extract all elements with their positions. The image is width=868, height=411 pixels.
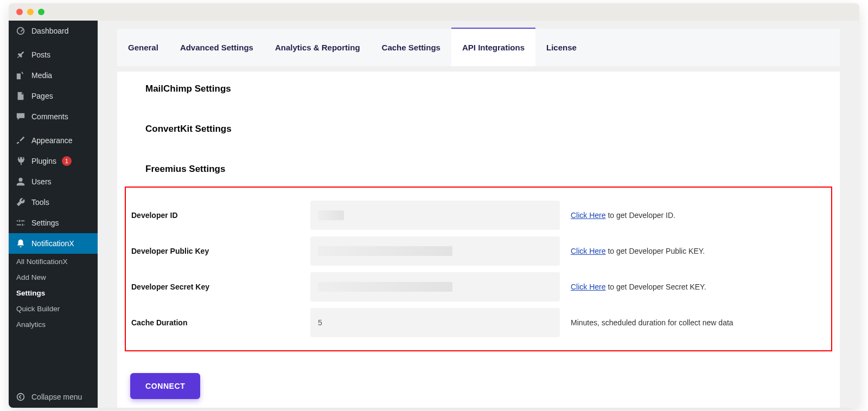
sidebar-item-label: Dashboard xyxy=(31,27,69,35)
section-mailchimp[interactable]: MailChimp Settings xyxy=(117,72,840,106)
wrench-icon xyxy=(15,197,26,208)
window-zoom-dot[interactable] xyxy=(38,9,44,15)
row-developer-secret-key: Developer Secret Key Click Here to get D… xyxy=(131,269,826,305)
field-label: Developer Public Key xyxy=(131,247,299,255)
field-hint: Click Here to get Developer Secret KEY. xyxy=(571,282,826,291)
page-icon xyxy=(15,91,26,101)
sidebar-item-tools[interactable]: Tools xyxy=(9,192,98,213)
sidebar-item-comments[interactable]: Comments xyxy=(9,106,98,127)
sidebar-item-media[interactable]: Media xyxy=(9,65,98,86)
submenu-settings[interactable]: Settings xyxy=(9,285,98,301)
sidebar-item-label: Comments xyxy=(31,112,68,121)
brush-icon xyxy=(15,135,26,146)
row-cache-duration: Cache Duration Minutes, scheduled durati… xyxy=(131,305,826,341)
highlight-box: Developer ID Click Here to get Developer… xyxy=(125,187,832,351)
sidebar-item-posts[interactable]: Posts xyxy=(9,44,98,65)
settings-tabbar: General Advanced Settings Analytics & Re… xyxy=(117,29,840,66)
titlebar xyxy=(9,3,859,21)
field-label: Developer ID xyxy=(131,211,299,220)
sidebar-item-label: Media xyxy=(31,71,52,80)
field-label: Developer Secret Key xyxy=(131,282,299,291)
sidebar-item-label: Tools xyxy=(31,198,49,207)
sidebar-item-label: Plugins xyxy=(31,157,56,165)
tab-advanced-settings[interactable]: Advanced Settings xyxy=(169,29,264,66)
bell-icon xyxy=(15,238,26,249)
click-here-link[interactable]: Click Here xyxy=(571,211,606,220)
sidebar-item-settings[interactable]: Settings xyxy=(9,213,98,233)
update-badge: 1 xyxy=(62,156,72,166)
click-here-link[interactable]: Click Here xyxy=(571,282,606,291)
collapse-label: Collapse menu xyxy=(31,393,82,401)
sliders-icon xyxy=(15,217,26,228)
collapse-icon xyxy=(15,391,26,402)
tab-api-integrations[interactable]: API Integrations xyxy=(451,28,535,66)
sidebar-item-label: Users xyxy=(31,177,52,186)
tab-general[interactable]: General xyxy=(117,29,169,66)
sidebar-item-appearance[interactable]: Appearance xyxy=(9,130,98,151)
sidebar-item-pages[interactable]: Pages xyxy=(9,86,98,106)
section-title: MailChimp Settings xyxy=(117,72,840,106)
sidebar-item-plugins[interactable]: Plugins 1 xyxy=(9,151,98,171)
section-title: Freemius Settings xyxy=(117,152,840,187)
submenu-quick-builder[interactable]: Quick Builder xyxy=(9,301,98,317)
redacted-value xyxy=(318,246,452,256)
dashboard-icon xyxy=(15,25,26,36)
submenu-all-notificationx[interactable]: All NotificationX xyxy=(9,254,98,269)
click-here-link[interactable]: Click Here xyxy=(571,247,606,255)
developer-public-key-input[interactable] xyxy=(310,236,560,266)
main-content: General Advanced Settings Analytics & Re… xyxy=(98,21,859,408)
sidebar-item-label: NotificationX xyxy=(31,239,74,248)
row-developer-id: Developer ID Click Here to get Developer… xyxy=(131,197,826,233)
developer-secret-key-input[interactable] xyxy=(310,272,560,301)
connect-button[interactable]: CONNECT xyxy=(130,373,200,399)
developer-id-input[interactable] xyxy=(310,201,560,230)
tab-cache-settings[interactable]: Cache Settings xyxy=(371,29,451,66)
field-label: Cache Duration xyxy=(131,318,299,327)
comment-icon xyxy=(15,111,26,122)
tab-license[interactable]: License xyxy=(535,29,588,66)
section-title: ConvertKit Settings xyxy=(117,112,840,146)
wp-admin-sidebar: Dashboard Posts Media Pages Comments xyxy=(9,21,98,408)
sidebar-item-users[interactable]: Users xyxy=(9,171,98,192)
sidebar-item-notificationx[interactable]: NotificationX xyxy=(9,233,98,254)
window-minimize-dot[interactable] xyxy=(27,9,34,15)
section-convertkit[interactable]: ConvertKit Settings xyxy=(117,112,840,146)
collapse-menu[interactable]: Collapse menu xyxy=(9,386,98,408)
api-integrations-panel: MailChimp Settings ConvertKit Settings F… xyxy=(117,72,840,408)
tab-analytics-reporting[interactable]: Analytics & Reporting xyxy=(264,29,371,66)
row-developer-public-key: Developer Public Key Click Here to get D… xyxy=(131,233,826,269)
redacted-value xyxy=(318,210,344,220)
plug-icon xyxy=(15,156,26,166)
submenu-analytics[interactable]: Analytics xyxy=(9,317,98,332)
field-hint: Click Here to get Developer Public KEY. xyxy=(571,247,826,255)
sidebar-item-label: Posts xyxy=(31,50,50,59)
app-window: Dashboard Posts Media Pages Comments xyxy=(9,3,859,408)
sidebar-item-label: Settings xyxy=(31,219,59,227)
section-freemius: Freemius Settings Developer ID Click Her… xyxy=(117,152,840,399)
sidebar-item-label: Pages xyxy=(31,92,53,100)
sidebar-item-label: Appearance xyxy=(31,136,73,145)
media-icon xyxy=(15,70,26,81)
user-icon xyxy=(15,176,26,187)
pin-icon xyxy=(15,49,26,60)
field-hint: Click Here to get Developer ID. xyxy=(571,211,826,220)
field-hint: Minutes, scheduled duration for collect … xyxy=(571,318,826,327)
sidebar-item-dashboard[interactable]: Dashboard xyxy=(9,21,98,41)
cache-duration-input[interactable] xyxy=(310,308,560,337)
svg-point-0 xyxy=(17,394,24,401)
window-close-dot[interactable] xyxy=(16,9,23,15)
submenu-add-new[interactable]: Add New xyxy=(9,269,98,285)
redacted-value xyxy=(318,282,452,292)
